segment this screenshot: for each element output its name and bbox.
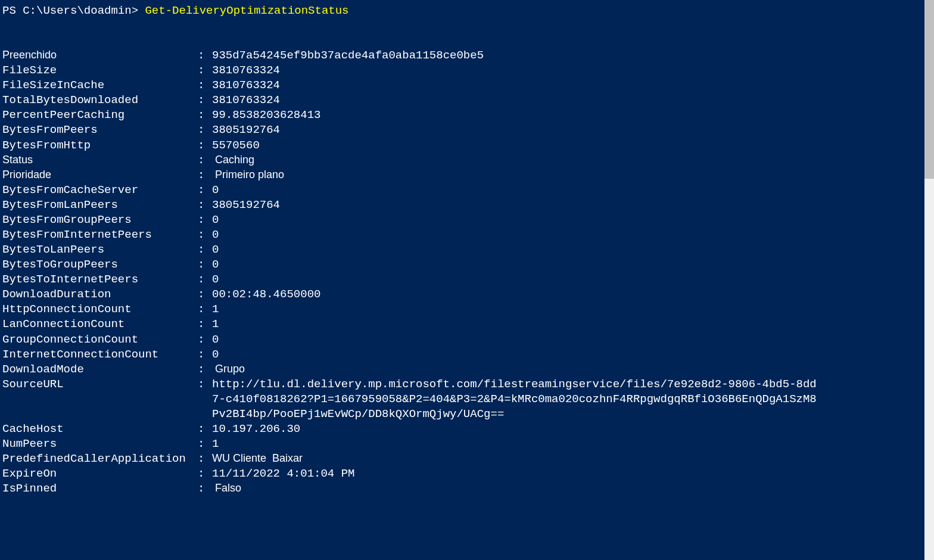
prompt-prefix: PS C:\Users\doadmin> (2, 4, 145, 17)
property-key: BytesFromGroupPeers (2, 213, 198, 228)
property-key: FileSizeInCache (2, 78, 198, 93)
output-row: BytesFromGroupPeers: 0 (2, 213, 932, 228)
property-key: CacheHost (2, 422, 198, 437)
separator: : (198, 93, 212, 108)
property-value: 3810763324 (212, 78, 932, 93)
output-row: NumPeers: 1 (2, 437, 932, 452)
property-key: BytesFromInternetPeers (2, 228, 198, 242)
property-value: WU Cliente Baixar (212, 452, 932, 466)
output-row: PredefinedCallerApplication: WU Cliente … (2, 452, 932, 466)
separator: : (198, 377, 212, 392)
property-value: 935d7a54245ef9bb37acde4afa0aba1158ce0be5 (212, 48, 932, 63)
output-row: Preenchido: 935d7a54245ef9bb37acde4afa0a… (2, 48, 932, 63)
property-value: 0 (212, 183, 932, 198)
property-value-continuation: 7-c410f0818262?P1=1667959058&P2=404&P3=2… (2, 392, 932, 407)
output-row: BytesToLanPeers: 0 (2, 242, 932, 257)
property-value: 0 (212, 332, 932, 347)
output-row: HttpConnectionCount: 1 (2, 302, 932, 317)
separator: : (198, 272, 212, 287)
property-value: 10.197.206.30 (212, 422, 932, 437)
separator: : (198, 437, 212, 452)
property-key: IsPinned (2, 481, 198, 496)
property-value: 99.8538203628413 (212, 108, 932, 123)
property-value: Caching (212, 153, 932, 168)
output-row: BytesFromInternetPeers: 0 (2, 228, 932, 242)
separator: : (198, 63, 212, 78)
separator: : (198, 302, 212, 317)
scrollbar-thumb[interactable] (924, 0, 934, 179)
output-row: BytesToInternetPeers: 0 (2, 272, 932, 287)
output-row: SourceURL: http://tlu.dl.delivery.mp.mic… (2, 377, 932, 392)
separator: : (198, 332, 212, 347)
property-key: InternetConnectionCount (2, 347, 198, 362)
separator: : (198, 153, 212, 168)
output-row: Prioridade: Primeiro plano (2, 168, 932, 183)
property-value: 3810763324 (212, 93, 932, 108)
output-row: DownloadDuration: 00:02:48.4650000 (2, 287, 932, 302)
output-row: TotalBytesDownloaded: 3810763324 (2, 93, 932, 108)
output-row: PercentPeerCaching: 99.8538203628413 (2, 108, 932, 123)
property-key: BytesFromHttp (2, 138, 198, 153)
property-value: http://tlu.dl.delivery.mp.microsoft.com/… (212, 377, 932, 392)
property-value: 11/11/2022 4:01:04 PM (212, 466, 932, 481)
output-row: BytesToGroupPeers: 0 (2, 257, 932, 272)
property-key: BytesFromLanPeers (2, 198, 198, 213)
output-row: ExpireOn: 11/11/2022 4:01:04 PM (2, 466, 932, 481)
vertical-scrollbar[interactable] (924, 0, 934, 560)
output-row: CacheHost: 10.197.206.30 (2, 422, 932, 437)
output-row: LanConnectionCount: 1 (2, 317, 932, 332)
property-key: DownloadDuration (2, 287, 198, 302)
property-key: PercentPeerCaching (2, 108, 198, 123)
property-key: BytesFromCacheServer (2, 183, 198, 198)
property-key: Preenchido (2, 48, 198, 63)
property-value: 0 (212, 257, 932, 272)
property-value: 0 (212, 228, 932, 242)
output-row: FileSize: 3810763324 (2, 63, 932, 78)
separator: : (198, 466, 212, 481)
property-value: 3805192764 (212, 123, 932, 138)
command-output: Preenchido: 935d7a54245ef9bb37acde4afa0a… (2, 48, 932, 496)
property-key: NumPeers (2, 437, 198, 452)
output-row: BytesFromCacheServer: 0 (2, 183, 932, 198)
separator: : (198, 78, 212, 93)
property-value: 0 (212, 347, 932, 362)
property-key: Prioridade (2, 168, 198, 183)
property-key: BytesToLanPeers (2, 242, 198, 257)
property-key: GroupConnectionCount (2, 332, 198, 347)
property-key: HttpConnectionCount (2, 302, 198, 317)
output-row: BytesFromPeers: 3805192764 (2, 123, 932, 138)
output-row: DownloadMode: Grupo (2, 362, 932, 377)
output-row: FileSizeInCache: 3810763324 (2, 78, 932, 93)
property-value-continuation: Pv2BI4bp/PooEPj1wEvWCp/DD8kQXOrmQjwy/UAC… (2, 407, 932, 422)
property-key: BytesFromPeers (2, 123, 198, 138)
separator: : (198, 138, 212, 153)
property-value: 1 (212, 302, 932, 317)
separator: : (198, 228, 212, 242)
separator: : (198, 213, 212, 228)
property-value: Grupo (212, 362, 932, 377)
output-row: GroupConnectionCount: 0 (2, 332, 932, 347)
property-key: Status (2, 153, 198, 168)
property-value: 0 (212, 272, 932, 287)
separator: : (198, 362, 212, 377)
separator: : (198, 108, 212, 123)
separator: : (198, 287, 212, 302)
property-key: LanConnectionCount (2, 317, 198, 332)
separator: : (198, 123, 212, 138)
property-value: 0 (212, 213, 932, 228)
blank-spacer (2, 18, 932, 48)
property-key: BytesToGroupPeers (2, 257, 198, 272)
separator: : (198, 242, 212, 257)
property-key: PredefinedCallerApplication (2, 452, 198, 466)
property-key: TotalBytesDownloaded (2, 93, 198, 108)
separator: : (198, 422, 212, 437)
separator: : (198, 198, 212, 213)
property-value: 3810763324 (212, 63, 932, 78)
property-value: 00:02:48.4650000 (212, 287, 932, 302)
separator: : (198, 168, 212, 183)
separator: : (198, 183, 212, 198)
output-row: BytesFromLanPeers: 3805192764 (2, 198, 932, 213)
property-value: Primeiro plano (212, 168, 932, 183)
property-key: ExpireOn (2, 466, 198, 481)
separator: : (198, 347, 212, 362)
